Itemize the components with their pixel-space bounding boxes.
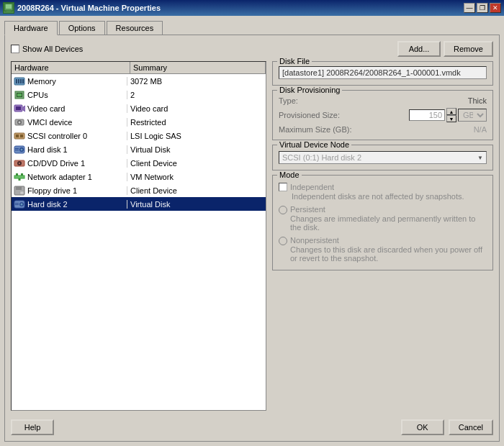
- svg-rect-28: [14, 176, 24, 178]
- svg-rect-24: [15, 150, 19, 150]
- summary-column-header: Summary: [130, 62, 266, 73]
- vdevice-dropdown-arrow: ▼: [477, 155, 483, 161]
- hardware-summary: 3072 MB: [127, 77, 264, 86]
- hardware-name: VMCI device: [26, 118, 127, 127]
- list-item[interactable]: Floppy drive 1Client Device: [12, 183, 266, 197]
- restore-button[interactable]: ❐: [477, 3, 488, 13]
- hardware-summary: Client Device: [127, 159, 264, 168]
- disk-file-label: Disk File: [277, 57, 312, 65]
- hardware-summary: VM Network: [127, 173, 264, 181]
- hardware-name: CPUs: [26, 91, 127, 99]
- disk-provisioning-label: Disk Provisioning: [277, 86, 342, 94]
- hardware-summary: Virtual Disk: [127, 200, 264, 209]
- hardware-name: Hard disk 1: [26, 145, 127, 154]
- svg-rect-33: [16, 186, 22, 190]
- list-item[interactable]: Hard disk 1Virtual Disk: [12, 142, 266, 156]
- independent-desc: Independent disks are not affected by sn…: [292, 192, 487, 201]
- cancel-button[interactable]: Cancel: [449, 419, 493, 435]
- list-item[interactable]: VMCI deviceRestricted: [12, 115, 266, 129]
- svg-rect-5: [18, 79, 19, 83]
- hardware-summary: Client Device: [127, 186, 264, 195]
- nonpersistent-label: Nonpersistent: [290, 236, 487, 245]
- hardware-summary: LSI Logic SAS: [127, 132, 264, 140]
- list-item[interactable]: CPUs2: [12, 88, 266, 101]
- spinner-down[interactable]: ▼: [446, 115, 456, 122]
- dvd-icon: [13, 158, 26, 169]
- hardware-list: Hardware Summary Memory3072 MBCPUs2Video…: [11, 61, 266, 411]
- svg-point-22: [21, 148, 23, 150]
- spinner-up[interactable]: ▲: [446, 108, 456, 115]
- independent-label: Independent: [290, 183, 334, 191]
- show-all-devices-checkbox[interactable]: [11, 45, 19, 53]
- list-item[interactable]: Video cardVideo card: [12, 101, 266, 115]
- virtual-device-node-select[interactable]: SCSI (0:1) Hard disk 2 ▼: [279, 151, 487, 164]
- persistent-label: Persistent: [290, 205, 487, 214]
- mode-group-label: Mode: [277, 170, 302, 179]
- svg-rect-23: [15, 148, 19, 149]
- svg-rect-2: [6, 11, 11, 12]
- close-button[interactable]: ✕: [490, 3, 501, 13]
- ok-button[interactable]: OK: [401, 419, 444, 435]
- svg-point-37: [21, 203, 23, 205]
- persistent-radio[interactable]: [279, 206, 287, 214]
- tab-resources[interactable]: Resources: [107, 21, 163, 35]
- hardware-summary: Restricted: [127, 118, 264, 127]
- floppy-icon: [13, 185, 26, 196]
- nonpersistent-radio[interactable]: [279, 237, 287, 245]
- hardware-name: CD/DVD Drive 1: [26, 159, 127, 168]
- list-item[interactable]: SCSI controller 0LSI Logic SAS: [12, 129, 266, 142]
- provisioned-size-input[interactable]: [409, 109, 445, 121]
- svg-rect-18: [16, 135, 19, 137]
- svg-rect-31: [19, 178, 21, 181]
- svg-rect-34: [20, 191, 24, 194]
- scsi-icon: [13, 130, 26, 142]
- list-item[interactable]: CD/DVD Drive 1Client Device: [12, 156, 266, 170]
- svg-rect-30: [21, 173, 23, 176]
- svg-point-16: [19, 121, 21, 123]
- svg-rect-6: [20, 79, 22, 83]
- vmci-icon: [13, 117, 26, 128]
- hardware-summary: 2: [127, 91, 264, 99]
- vdevice-value: SCSI (0:1) Hard disk 2: [282, 153, 361, 162]
- list-item[interactable]: Network adapter 1VM Network: [12, 170, 266, 183]
- hdd-icon: [13, 199, 26, 210]
- help-button[interactable]: Help: [11, 419, 54, 435]
- disk-provisioning-group: Disk Provisioning Type: Thick Provisione…: [272, 90, 493, 140]
- svg-rect-4: [16, 79, 17, 83]
- mem-icon: [13, 76, 26, 87]
- net-icon: [13, 171, 26, 183]
- list-item[interactable]: Memory3072 MB: [12, 74, 266, 88]
- svg-point-27: [19, 163, 20, 164]
- svg-rect-1: [6, 4, 12, 9]
- max-size-label: Maximum Size (GB):: [279, 125, 351, 134]
- provisioned-size-label: Provisioned Size:: [279, 111, 343, 119]
- virtual-device-node-label: Virtual Device Node: [277, 140, 351, 149]
- hardware-summary: Video card: [127, 104, 264, 113]
- show-all-devices-row: Show All Devices: [11, 45, 83, 53]
- svg-rect-13: [16, 106, 21, 110]
- hardware-name: Floppy drive 1: [26, 186, 127, 195]
- disk-file-input: [datastore1] 2008R264/2008R264_1-000001.…: [279, 66, 487, 79]
- independent-checkbox[interactable]: [279, 183, 287, 191]
- list-item[interactable]: Hard disk 2Virtual Disk: [12, 197, 266, 211]
- virtual-device-node-group: Virtual Device Node SCSI (0:1) Hard disk…: [272, 145, 493, 170]
- app-icon: [3, 2, 14, 14]
- tab-options[interactable]: Options: [59, 21, 105, 35]
- mode-group: Mode Independent Independent disks are n…: [272, 175, 493, 270]
- hardware-column-header: Hardware: [12, 62, 130, 73]
- remove-button[interactable]: Remove: [444, 41, 493, 57]
- minimize-button[interactable]: —: [464, 3, 475, 13]
- add-button[interactable]: Add...: [397, 41, 441, 57]
- nonpersistent-desc: Changes to this disk are discarded when …: [290, 245, 487, 263]
- max-size-value: N/A: [474, 125, 487, 134]
- title-bar: 2008R264 - Virtual Machine Properties — …: [0, 0, 504, 16]
- hardware-name: Hard disk 2: [26, 200, 127, 209]
- cpu-icon: [13, 89, 26, 101]
- type-label: Type:: [279, 96, 343, 105]
- type-value: Thick: [468, 96, 487, 105]
- hardware-name: Video card: [26, 104, 127, 113]
- svg-rect-7: [22, 79, 24, 83]
- tab-hardware[interactable]: Hardware: [4, 21, 58, 35]
- disk-file-group: Disk File [datastore1] 2008R264/2008R264…: [272, 61, 493, 86]
- size-unit-select[interactable]: GB MB: [458, 109, 487, 122]
